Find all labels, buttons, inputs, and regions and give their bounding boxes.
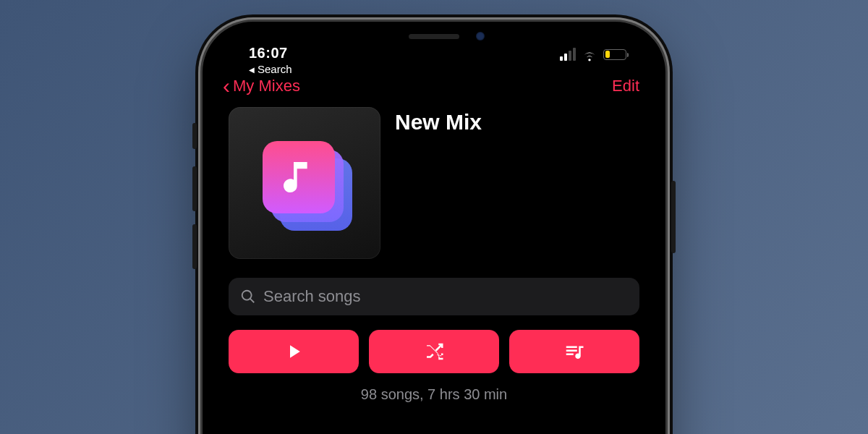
queue-button[interactable]	[509, 330, 639, 373]
chevron-left-icon: ‹	[223, 78, 230, 94]
speaker-grille	[409, 34, 459, 39]
back-button[interactable]: ‹ My Mixes	[223, 77, 300, 95]
battery-icon	[603, 49, 626, 60]
wifi-icon	[582, 48, 597, 60]
play-icon	[283, 341, 305, 362]
shuffle-button[interactable]	[369, 330, 499, 373]
queue-icon	[563, 341, 585, 362]
phone-frame: 16:07 Search ‹ My Mixes Edit	[203, 22, 665, 434]
volume-down-button[interactable]	[192, 224, 197, 269]
music-note-icon	[278, 157, 319, 197]
notch	[340, 22, 528, 51]
mute-switch[interactable]	[192, 123, 197, 149]
search-input[interactable]: Search songs	[229, 278, 639, 315]
action-row	[229, 330, 639, 373]
search-icon	[240, 289, 256, 305]
screen: 16:07 Search ‹ My Mixes Edit	[213, 32, 655, 434]
playlist-summary: 98 songs, 7 hrs 30 min	[229, 386, 639, 403]
front-camera	[476, 32, 485, 41]
cellular-signal-icon	[560, 48, 576, 61]
status-time: 16:07	[249, 45, 292, 61]
playlist-title: New Mix	[395, 107, 482, 259]
search-placeholder: Search songs	[263, 287, 361, 306]
navigation-bar: ‹ My Mixes Edit	[213, 72, 655, 103]
shuffle-icon	[423, 341, 445, 362]
edit-button[interactable]: Edit	[612, 77, 639, 95]
play-button[interactable]	[229, 330, 359, 373]
playlist-artwork[interactable]	[229, 107, 380, 259]
back-label: My Mixes	[233, 77, 300, 95]
playlist-header: New Mix	[229, 107, 639, 259]
volume-up-button[interactable]	[192, 166, 197, 211]
status-breadcrumb[interactable]: Search	[249, 63, 292, 75]
power-button[interactable]	[671, 181, 676, 253]
